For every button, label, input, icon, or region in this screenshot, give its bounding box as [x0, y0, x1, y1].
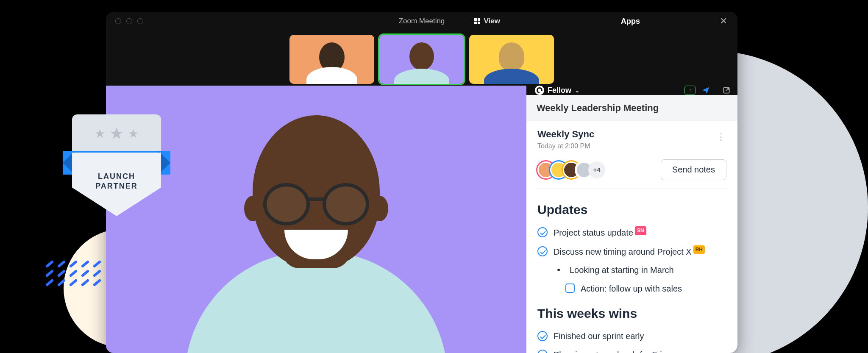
decorative-hatch — [45, 263, 104, 292]
meeting-title: Weekly Sync — [537, 129, 726, 140]
agenda-action-item[interactable]: Action: follow up with sales — [537, 279, 726, 298]
grid-icon — [474, 18, 481, 25]
fellow-app-selector[interactable]: Fellow ⌄ — [535, 86, 580, 95]
svg-rect-1 — [478, 18, 480, 21]
popout-icon[interactable] — [722, 86, 731, 95]
send-icon[interactable] — [701, 86, 710, 95]
check-icon[interactable] — [537, 350, 548, 353]
window-title: Zoom Meeting — [399, 17, 445, 25]
participant-thumb[interactable] — [289, 35, 374, 84]
bullet-icon: • — [554, 265, 564, 275]
apps-panel-title: Apps — [621, 17, 640, 26]
participant-thumb-active[interactable] — [379, 35, 464, 84]
titlebar: Zoom Meeting View Apps ✕ — [106, 12, 737, 31]
apps-side-panel: Fellow ⌄ ↑ Weekly Leadership Meeting Wee… — [526, 86, 737, 353]
agenda-text: Looking at starting in March — [570, 264, 674, 276]
send-notes-button[interactable]: Send notes — [661, 159, 726, 180]
view-label: View — [484, 17, 500, 25]
gallery-strip — [106, 31, 737, 86]
agenda-subitem[interactable]: • Looking at starting in March — [537, 261, 726, 279]
check-icon[interactable] — [537, 227, 548, 237]
svg-rect-0 — [474, 18, 477, 21]
svg-rect-2 — [474, 22, 477, 24]
chevron-down-icon: ⌄ — [575, 87, 580, 94]
section-wins-title: This weeks wins — [537, 306, 726, 321]
assignee-tag: RH — [693, 245, 705, 254]
attendee-overflow[interactable]: +4 — [588, 161, 605, 178]
agenda-text: Discuss new timing around Project X — [554, 247, 692, 256]
fellow-icon — [535, 86, 544, 95]
meeting-header: Weekly Leadership Meeting — [526, 95, 737, 121]
participant-thumb[interactable] — [469, 35, 554, 84]
checkbox-icon[interactable] — [565, 284, 575, 293]
view-button[interactable]: View — [474, 17, 500, 25]
svg-rect-3 — [478, 22, 480, 24]
more-icon[interactable]: ⋮ — [716, 131, 726, 142]
agenda-text: Action: follow up with sales — [581, 283, 682, 295]
app-brand: Fellow — [548, 86, 571, 95]
close-icon[interactable]: ✕ — [720, 16, 727, 27]
agenda-item[interactable]: Planning a team lunch for Fri — [537, 345, 726, 353]
agenda-item[interactable]: Finished our sprint early — [537, 327, 726, 345]
window-controls[interactable] — [115, 18, 143, 24]
agenda-text: Finished our sprint early — [554, 330, 644, 342]
agenda-item[interactable]: Discuss new timing around Project XRH — [537, 242, 726, 261]
badge-line2: PARTNER — [95, 182, 138, 191]
zoom-window: Zoom Meeting View Apps ✕ — [106, 12, 737, 353]
check-icon[interactable] — [537, 246, 548, 256]
badge-line1: LAUNCH — [98, 172, 135, 181]
assignee-tag: SN — [635, 226, 646, 235]
meeting-time: Today at 2:00 PM — [537, 142, 726, 150]
attendee-row: +4 Send notes — [526, 153, 737, 189]
agenda-text: Project status update — [554, 228, 633, 237]
section-updates-title: Updates — [537, 203, 726, 217]
check-icon[interactable] — [537, 331, 548, 341]
agenda-item[interactable]: Project status updateSN — [537, 223, 726, 242]
launch-partner-badge: ★★★ zoom Apps LAUNCH PARTNER — [64, 114, 170, 216]
agenda-text: Planning a team lunch for Fri — [554, 349, 662, 353]
share-screen-icon[interactable]: ↑ — [684, 86, 696, 95]
